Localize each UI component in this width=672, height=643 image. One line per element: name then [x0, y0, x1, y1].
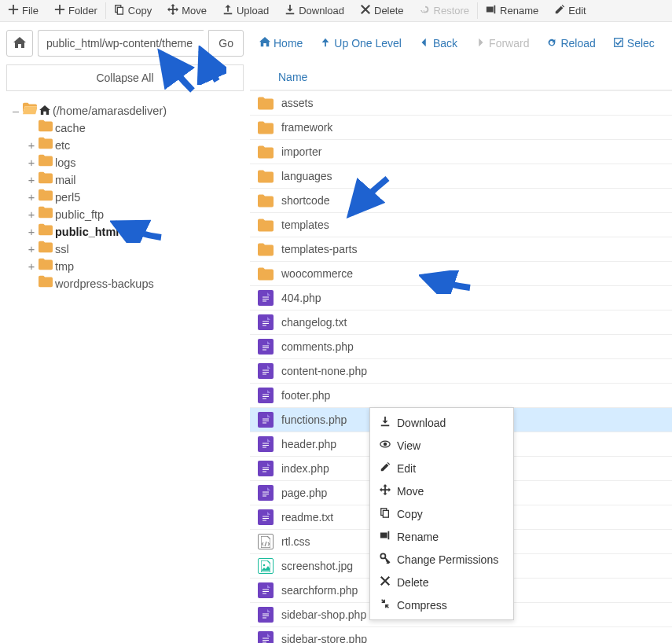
upload-button[interactable]: Upload: [215, 0, 277, 21]
folder-icon: [39, 171, 53, 189]
up-icon: [320, 37, 331, 50]
home-button[interactable]: [6, 30, 33, 57]
file-name: searchform.php: [281, 584, 358, 597]
nav-reload[interactable]: Reload: [546, 37, 595, 50]
ctx-download[interactable]: Download: [370, 411, 513, 434]
ctx-view[interactable]: View: [370, 434, 513, 457]
file-row[interactable]: templates-parts: [250, 237, 672, 261]
nav-home[interactable]: Home: [259, 37, 303, 50]
file-row[interactable]: comments.php: [250, 334, 672, 358]
delete-icon: [380, 575, 391, 589]
copy-icon: [380, 507, 391, 520]
file-name: functions.php: [281, 413, 347, 426]
menu-label: View: [397, 439, 420, 452]
tree-toggle[interactable]: +: [27, 206, 36, 223]
menu-label: Edit: [397, 462, 416, 475]
tree-node[interactable]: + public_html: [27, 223, 244, 241]
tree-label: ssl: [55, 241, 69, 258]
tree-toggle[interactable]: +: [27, 258, 36, 275]
svg-rect-3: [494, 6, 496, 14]
file-row[interactable]: changelog.txt: [250, 310, 672, 334]
tree-toggle[interactable]: +: [27, 171, 36, 189]
file-name: header.php: [281, 438, 336, 450]
folder-icon: [39, 137, 53, 154]
folder-open-icon: [23, 102, 37, 119]
file-row[interactable]: importer: [250, 139, 672, 164]
file-row[interactable]: shortcode: [250, 188, 672, 212]
tree-node[interactable]: cache: [27, 119, 244, 137]
edit-button[interactable]: Edit: [546, 0, 593, 21]
column-header-name[interactable]: Name: [250, 64, 672, 90]
tree-toggle[interactable]: +: [27, 241, 36, 258]
menu-label: Move: [397, 485, 424, 498]
file-name: readme.txt: [281, 511, 333, 524]
file-name: rtl.css: [281, 535, 310, 548]
file-name: index.php: [281, 462, 329, 475]
file-name: assets: [281, 97, 313, 109]
tree-node[interactable]: + ssl: [27, 241, 244, 258]
tree-label: public_html: [55, 223, 119, 241]
tree-toggle[interactable]: –: [11, 102, 20, 119]
forward-icon: [475, 37, 486, 50]
nav-select[interactable]: Selec: [613, 37, 655, 50]
folder-icon: [258, 168, 274, 184]
collapse-all-button[interactable]: Collapse All: [6, 64, 244, 91]
tree-node[interactable]: + perl5: [27, 189, 244, 206]
ctx-move[interactable]: Move: [370, 479, 513, 502]
ctx-edit[interactable]: Edit: [370, 457, 513, 479]
move-button[interactable]: Move: [160, 0, 215, 21]
file-row[interactable]: framework: [250, 115, 672, 139]
ctx-delete[interactable]: Delete: [370, 571, 513, 593]
delete-button[interactable]: Delete: [352, 0, 412, 21]
tree-node[interactable]: + tmp: [27, 258, 244, 275]
tree-label: wordpress-backups: [55, 275, 154, 292]
file-row[interactable]: footer.php: [250, 383, 672, 407]
folder-button[interactable]: Folder: [46, 0, 105, 21]
reload-icon: [546, 37, 557, 50]
toolbar-label: Edit: [568, 5, 586, 17]
nav-up[interactable]: Up One Level: [320, 37, 402, 50]
tree-node[interactable]: + etc: [27, 137, 244, 154]
tree-toggle[interactable]: +: [27, 189, 36, 206]
download-button[interactable]: Download: [277, 0, 352, 21]
folder-icon: [39, 119, 53, 137]
nav-label: Forward: [489, 37, 529, 50]
tree-toggle[interactable]: +: [27, 223, 36, 241]
toolbar-label: Upload: [237, 5, 269, 17]
rename-button[interactable]: Rename: [478, 0, 546, 21]
ctx-copy[interactable]: Copy: [370, 502, 513, 525]
file-row[interactable]: woocommerce: [250, 261, 672, 285]
home-icon: [259, 37, 270, 50]
nav-back[interactable]: Back: [419, 37, 457, 50]
toolbar-label: Rename: [500, 5, 538, 17]
file-row[interactable]: languages: [250, 164, 672, 188]
restore-icon: [420, 4, 431, 17]
ctx-rename[interactable]: Rename: [370, 525, 513, 548]
svg-rect-9: [383, 510, 388, 517]
tree-node[interactable]: + public_ftp: [27, 206, 244, 223]
document-icon: [258, 363, 274, 379]
file-row[interactable]: content-none.php: [250, 358, 672, 383]
file-row[interactable]: sidebar-store.php: [250, 626, 672, 643]
tree-root-label[interactable]: (/home/amarasdeliver): [53, 102, 167, 119]
tree-toggle[interactable]: +: [27, 154, 36, 171]
file-button[interactable]: File: [0, 0, 46, 21]
file-row[interactable]: assets: [250, 90, 672, 115]
tree-node[interactable]: wordpress-backups: [27, 275, 244, 292]
go-button[interactable]: Go: [208, 30, 244, 57]
home-icon: [39, 102, 50, 119]
folder-icon: [258, 144, 274, 160]
file-name: screenshot.jpg: [281, 560, 353, 572]
svg-point-5: [263, 564, 266, 566]
ctx-perms[interactable]: Change Permissions: [370, 548, 513, 571]
tree-node[interactable]: + mail: [27, 171, 244, 189]
path-input[interactable]: [38, 30, 204, 57]
copy-button[interactable]: Copy: [106, 0, 160, 21]
tree-toggle[interactable]: +: [27, 137, 36, 154]
tree-node[interactable]: + logs: [27, 154, 244, 171]
toolbar-label: File: [22, 5, 39, 17]
file-row[interactable]: templates: [250, 212, 672, 237]
file-row[interactable]: 404.php: [250, 285, 672, 310]
toolbar-label: Delete: [374, 5, 404, 17]
ctx-compress[interactable]: Compress: [370, 593, 513, 616]
